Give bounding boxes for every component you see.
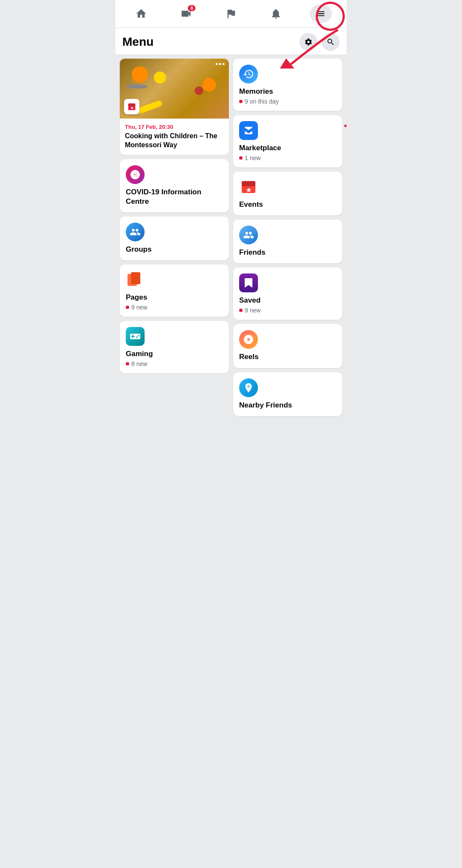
pages-label: Pages bbox=[126, 293, 223, 302]
gaming-subtitle: 8 new bbox=[126, 360, 223, 367]
covid-card[interactable]: COVID-19 Information Centre bbox=[120, 159, 229, 212]
events-card[interactable]: ★ Events bbox=[233, 172, 342, 215]
right-column: Memories 9 on this day Marketplace 1 new bbox=[233, 59, 342, 416]
nearby-friends-card[interactable]: Nearby Friends bbox=[233, 372, 342, 416]
header-icons bbox=[299, 33, 340, 51]
notifications-nav-button[interactable] bbox=[265, 4, 287, 23]
food-item-4 bbox=[195, 86, 203, 95]
groups-card[interactable]: Groups bbox=[120, 217, 229, 260]
marketplace-arrow-annotation bbox=[340, 115, 346, 137]
settings-button[interactable] bbox=[299, 33, 317, 51]
memories-dot bbox=[239, 100, 243, 103]
memories-icon bbox=[239, 65, 258, 83]
event-more-button[interactable] bbox=[216, 63, 225, 65]
menu-grid: ★ Thu, 17 Feb, 20:30 Cooking with Childr… bbox=[116, 54, 346, 420]
food-decoration-2 bbox=[202, 78, 216, 92]
plate-decoration bbox=[126, 84, 148, 89]
friends-label: Friends bbox=[239, 248, 336, 257]
memories-label: Memories bbox=[239, 87, 336, 96]
pages-icon-wrapper bbox=[126, 271, 145, 289]
marketplace-label: Marketplace bbox=[239, 143, 336, 153]
svg-rect-6 bbox=[131, 272, 140, 284]
more-dot bbox=[216, 63, 218, 65]
food-item-3 bbox=[154, 71, 166, 83]
svg-rect-10 bbox=[242, 184, 255, 186]
gear-icon bbox=[304, 38, 313, 46]
gaming-label: Gaming bbox=[126, 349, 223, 359]
svg-point-12 bbox=[248, 385, 249, 387]
nearby-friends-icon bbox=[239, 378, 258, 397]
more-dot bbox=[222, 63, 225, 65]
banana-decoration bbox=[136, 100, 163, 114]
marketplace-dot bbox=[239, 156, 243, 160]
pages-subtitle: 9 new bbox=[126, 304, 223, 311]
marketplace-subtitle: 1 new bbox=[239, 155, 336, 161]
svg-text:★: ★ bbox=[130, 106, 134, 110]
reels-icon bbox=[239, 330, 258, 349]
gaming-card[interactable]: Gaming 8 new bbox=[120, 321, 229, 373]
memories-subtitle: 9 on this day bbox=[239, 98, 336, 105]
pages-card[interactable]: Pages 9 new bbox=[120, 265, 229, 317]
search-button[interactable] bbox=[322, 33, 340, 51]
event-card[interactable]: ★ Thu, 17 Feb, 20:30 Cooking with Childr… bbox=[120, 59, 229, 155]
event-calendar-icon: ★ bbox=[124, 99, 139, 114]
gaming-dot bbox=[126, 362, 129, 366]
nearby-friends-label: Nearby Friends bbox=[239, 401, 336, 410]
pages-dot bbox=[126, 306, 129, 309]
flag-nav-button[interactable] bbox=[220, 4, 242, 23]
saved-dot bbox=[239, 309, 243, 312]
svg-rect-2 bbox=[128, 104, 136, 106]
gaming-icon bbox=[126, 327, 145, 346]
covid-icon bbox=[126, 165, 145, 184]
left-column: ★ Thu, 17 Feb, 20:30 Cooking with Childr… bbox=[120, 59, 229, 416]
video-nav-button[interactable]: 8 bbox=[175, 4, 197, 23]
events-icon-wrapper: ★ bbox=[239, 178, 258, 196]
friends-card[interactable]: Friends bbox=[233, 220, 342, 263]
event-date: Thu, 17 Feb, 20:30 bbox=[125, 124, 224, 130]
search-icon bbox=[326, 38, 335, 46]
saved-label: Saved bbox=[239, 296, 336, 305]
home-nav-button[interactable] bbox=[130, 4, 152, 23]
covid-label: COVID-19 Information Centre bbox=[126, 187, 223, 206]
groups-icon bbox=[126, 223, 145, 241]
saved-icon bbox=[239, 273, 258, 292]
saved-card[interactable]: Saved 9 new bbox=[233, 268, 342, 320]
events-label: Events bbox=[239, 200, 336, 209]
saved-subtitle: 9 new bbox=[239, 307, 336, 314]
groups-label: Groups bbox=[126, 245, 223, 254]
menu-nav-button[interactable] bbox=[310, 4, 332, 23]
marketplace-icon bbox=[239, 121, 258, 140]
svg-text:★: ★ bbox=[246, 187, 252, 193]
marketplace-card[interactable]: Marketplace 1 new bbox=[233, 115, 342, 167]
reels-card[interactable]: Reels bbox=[233, 324, 342, 368]
event-body: Thu, 17 Feb, 20:30 Cooking with Children… bbox=[120, 119, 229, 155]
nav-bar: 8 bbox=[116, 0, 346, 28]
page-title: Menu bbox=[122, 35, 154, 49]
event-title: Cooking with Children – The Montessori W… bbox=[125, 132, 224, 150]
header: Menu bbox=[116, 28, 346, 54]
more-dot bbox=[219, 63, 221, 65]
food-decoration bbox=[132, 66, 148, 83]
event-image: ★ bbox=[120, 59, 229, 119]
memories-card[interactable]: Memories 9 on this day bbox=[233, 59, 342, 111]
reels-label: Reels bbox=[239, 352, 336, 362]
video-badge: 8 bbox=[188, 5, 195, 11]
friends-icon bbox=[239, 226, 258, 244]
